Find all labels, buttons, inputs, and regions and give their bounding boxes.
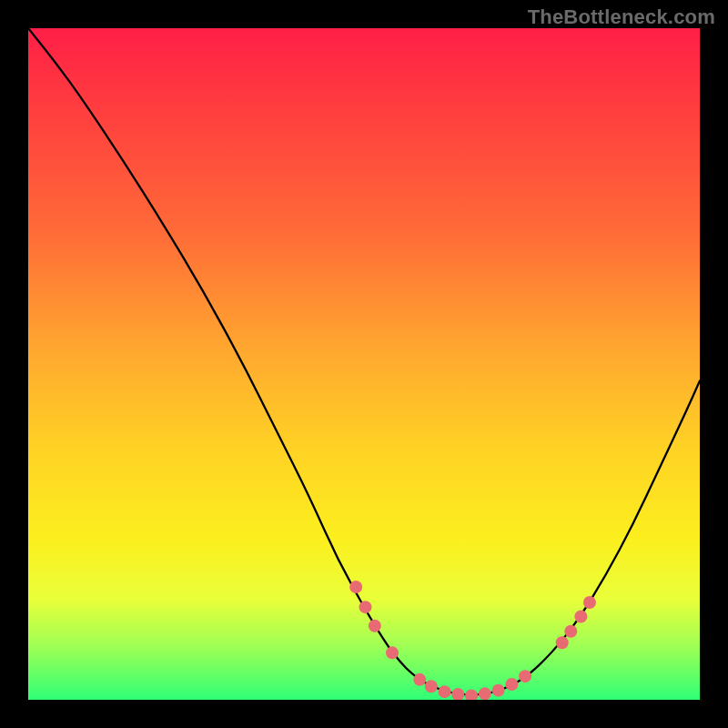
- curve-marker: [564, 625, 577, 638]
- curve-marker: [583, 596, 596, 609]
- curve-marker: [439, 685, 451, 698]
- curve-marker: [451, 688, 464, 700]
- curve-marker: [492, 684, 505, 697]
- curve-marker: [479, 687, 491, 700]
- curve-marker: [413, 673, 426, 686]
- bottleneck-curve: [28, 28, 700, 694]
- watermark-text: TheBottleneck.com: [528, 5, 715, 29]
- chart-svg: [28, 28, 700, 700]
- curve-marker: [349, 581, 362, 593]
- plot-area: [28, 28, 700, 700]
- curve-marker: [465, 690, 478, 700]
- curve-markers: [349, 581, 596, 700]
- curve-marker: [425, 680, 438, 693]
- curve-marker: [519, 670, 531, 682]
- curve-marker: [386, 646, 399, 659]
- curve-marker: [505, 678, 518, 691]
- curve-marker: [369, 620, 381, 632]
- curve-marker: [359, 601, 371, 613]
- curve-marker: [574, 610, 587, 622]
- curve-marker: [556, 636, 569, 649]
